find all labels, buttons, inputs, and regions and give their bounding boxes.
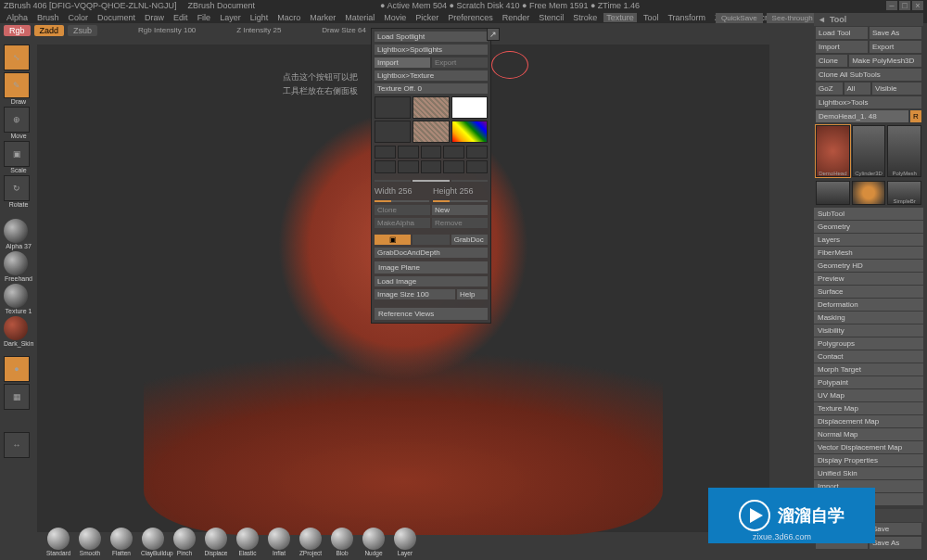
tool-thumb-extra[interactable] [816,181,850,205]
tex-load-btn[interactable] [375,180,411,182]
section-vector-displacement-map[interactable]: Vector Displacement Map [814,441,923,453]
texture-import-button[interactable]: Import [375,57,430,68]
texture-export-button[interactable]: Export [432,57,488,68]
menu-movie[interactable]: Movie [381,13,409,22]
tex-op-7[interactable] [398,160,419,173]
menu-draw[interactable]: Draw [142,13,167,22]
tex-op-5[interactable] [466,146,488,159]
height-slider[interactable] [433,200,488,202]
texture-slot-empty[interactable] [375,96,411,119]
lightbox-spotlights-button[interactable]: Lightbox>Spotlights [375,45,488,55]
section-geometry-hd[interactable]: Geometry HD [814,260,923,272]
brush-nudge[interactable]: Nudge [362,528,386,556]
make-polymesh3d-button[interactable]: Make PolyMesh3D [849,55,921,67]
rgb-intensity-slider[interactable]: Rgb Intensity 100 [138,26,196,34]
popout-icon[interactable]: ↗ [487,28,500,41]
save-as-button[interactable]: Save As [870,27,921,39]
tex-op-1[interactable] [375,146,396,159]
texture-slot-noise2[interactable] [413,121,449,143]
section-layers[interactable]: Layers [814,234,923,246]
section-uv-map[interactable]: UV Map [814,389,923,401]
lightbox-tools-button[interactable]: Lightbox>Tools [816,96,921,108]
current-tool-slider[interactable]: DemoHead_1. 48 [816,110,908,122]
stroke-preview[interactable] [4,251,28,275]
z-intensity-slider[interactable]: Z Intensity 25 [236,26,281,34]
goz-button[interactable]: GoZ [816,83,843,95]
tex-op-10[interactable] [466,160,488,173]
section-masking[interactable]: Masking [814,312,923,324]
menu-edit[interactable]: Edit [171,13,191,22]
texture-off-slider[interactable]: Texture Off. 0 [375,83,488,94]
menu-tool[interactable]: Tool [641,13,662,22]
tool-export-button[interactable]: Export [870,41,921,53]
brush-flatten[interactable]: Flatten [109,528,133,556]
draw-size-slider[interactable]: Draw Size 64 [322,26,366,34]
menu-preferences[interactable]: Preferences [445,13,496,22]
load-image-button[interactable]: Load Image [375,276,488,286]
brush-inflat[interactable]: Inflat [267,528,291,556]
menu-document[interactable]: Document [95,13,138,22]
doc-save-button[interactable]: Save [870,523,921,535]
load-spotlight-button[interactable]: Load Spotlight [375,32,488,42]
material-preview[interactable] [4,316,28,340]
menu-render[interactable]: Render [500,13,533,22]
tool-import-button[interactable]: Import [816,41,868,53]
tex-op-8[interactable] [421,160,442,173]
menu-transform[interactable]: Transform [665,13,708,22]
crop-fill[interactable] [413,235,449,245]
max-button[interactable]: □ [899,1,910,10]
brush-elastic[interactable]: Elastic [235,528,260,556]
menu-alpha[interactable]: Alpha [4,13,31,22]
menu-brush[interactable]: Brush [34,13,62,22]
new-button[interactable]: New [432,205,488,215]
rgb-mode-button[interactable]: Rgb [4,25,31,36]
menu-picker[interactable]: Picker [413,13,441,22]
section-geometry[interactable]: Geometry [814,221,923,233]
section-morph-target[interactable]: Morph Target [814,363,923,375]
tex-save-btn[interactable] [451,180,488,182]
section-preview[interactable]: Preview [814,273,923,285]
brush-claybuildup[interactable]: ClayBuildup [141,528,165,556]
tool-palette-title[interactable]: ◄Tool [814,13,923,26]
clone-all-subtools-button[interactable]: Clone All SubTools [816,69,921,81]
tool-clone-button[interactable]: Clone [816,55,847,67]
brush-blob[interactable]: Blob [330,528,354,556]
section-display-properties[interactable]: Display Properties [814,454,923,466]
clone-button[interactable]: Clone [375,205,430,215]
brush-standard[interactable]: Standard [46,528,70,556]
brush-smooth[interactable]: Smooth [78,528,102,556]
grabdoc-button[interactable]: GrabDoc [451,235,488,245]
crop-icon[interactable]: ▣ [375,235,411,245]
r-button[interactable]: R [910,110,921,122]
section-polygroups[interactable]: Polygroups [814,337,923,350]
alpha-preview[interactable] [4,219,28,243]
menu-marker[interactable]: Marker [307,13,338,22]
lsym-button[interactable]: ↔ [4,432,30,458]
zadd-mode-button[interactable]: Zadd [34,25,65,36]
image-size-slider[interactable]: Image Size 100 [375,289,455,299]
tex-op-2[interactable] [398,146,419,159]
tex-op-4[interactable] [443,146,464,159]
texture-slot-gradient[interactable] [451,121,488,143]
section-polypaint[interactable]: Polypaint [814,376,923,388]
width-slider[interactable] [375,200,429,202]
section-subtool[interactable]: SubTool [814,208,923,220]
move-button[interactable]: ⊕ [4,107,30,133]
zsub-mode-button[interactable]: Zsub [68,25,97,36]
texture-slot-noise[interactable] [413,96,449,119]
section-fibermesh[interactable]: FiberMesh [814,247,923,259]
section-visibility[interactable]: Visibility [814,325,923,337]
tool-thumb-cylinder[interactable]: Cylinder3D [852,125,886,177]
menu-macro[interactable]: Macro [274,13,303,22]
menu-texture[interactable]: Texture [603,13,637,22]
reference-views-header[interactable]: Reference Views [375,308,488,320]
collapse-icon[interactable]: ◄ [818,15,826,24]
section-displacement-map[interactable]: Displacement Map [814,415,923,427]
tool-thumb-simplebrush[interactable]: SimpleBr [887,181,921,205]
tex-op-3[interactable] [421,146,442,159]
tool-thumb-polymesh[interactable]: PolyMesh [887,125,921,177]
rotate-button[interactable]: ↻ [4,175,30,201]
section-contact[interactable]: Contact [814,350,923,363]
doc-saveas-button[interactable]: Save As [870,537,921,549]
menu-stencil[interactable]: Stencil [536,13,566,22]
